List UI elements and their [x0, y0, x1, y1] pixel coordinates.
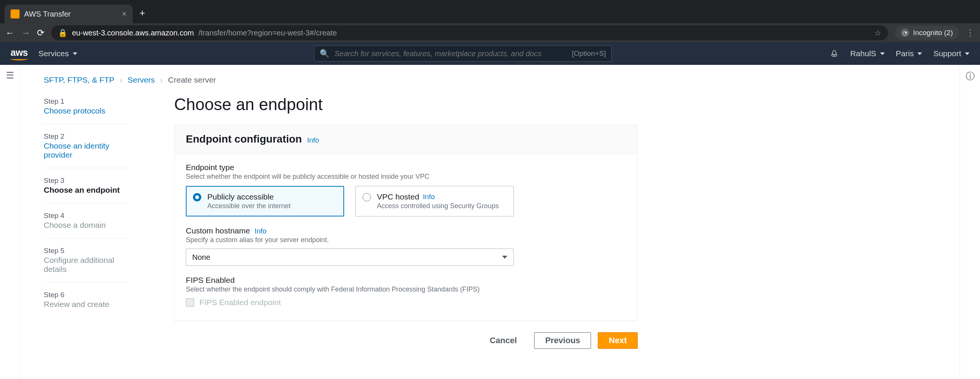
radio-sub: Accessible over the internet: [207, 202, 291, 210]
lock-icon: 🔒: [58, 28, 67, 37]
services-label: Services: [38, 49, 69, 58]
previous-button[interactable]: Previous: [534, 332, 591, 349]
star-icon[interactable]: ☆: [875, 28, 881, 37]
chevron-down-icon: [880, 53, 885, 55]
aws-right-nav: 🕭 RahulS Paris Support: [830, 48, 969, 59]
region-label: Paris: [896, 49, 914, 58]
step-4: Step 4 Choose a domain: [44, 203, 129, 238]
step-1: Step 1 Choose protocols: [44, 95, 129, 124]
global-search[interactable]: 🔍 [Option+S]: [314, 46, 612, 62]
url-host: eu-west-3.console.aws.amazon.com: [72, 29, 194, 37]
step-label: Step 3: [44, 177, 129, 185]
address-row: ← → ⟳ 🔒 eu-west-3.console.aws.amazon.com…: [0, 23, 980, 42]
radio-title: Publicly accessible: [207, 192, 291, 201]
checkbox-label: FIPS Enabled endpoint: [199, 298, 281, 307]
endpoint-card: Endpoint configuration Info Endpoint typ…: [174, 124, 638, 321]
user-label: RahulS: [850, 49, 877, 58]
field-label: Endpoint type: [186, 163, 626, 172]
card-header: Endpoint configuration Info: [175, 125, 637, 154]
step-label: Step 1: [44, 97, 129, 105]
tab-title: AWS Transfer: [24, 10, 71, 19]
services-menu[interactable]: Services: [38, 49, 77, 58]
step-link-domain: Choose a domain: [44, 221, 129, 230]
field-desc: Select whether the endpoint will be publ…: [186, 173, 626, 181]
card-title: Endpoint configuration: [186, 133, 302, 145]
support-menu[interactable]: Support: [933, 49, 969, 58]
region-menu[interactable]: Paris: [896, 49, 922, 58]
chevron-down-icon: [965, 53, 969, 55]
field-label: FIPS Enabled: [186, 275, 626, 285]
breadcrumb-current: Create server: [168, 75, 216, 84]
wizard-steps: Step 1 Choose protocols Step 2 Choose an…: [44, 95, 129, 317]
page-title: Choose an endpoint: [174, 95, 638, 114]
forward-icon[interactable]: →: [21, 27, 30, 38]
url-path: /transfer/home?region=eu-west-3#/create: [198, 29, 337, 37]
radio-group-endpoint: Publicly accessible Accessible over the …: [186, 186, 626, 217]
step-label: Step 6: [44, 291, 129, 299]
radio-icon: [193, 193, 201, 201]
aws-top-nav: aws Services 🔍 [Option+S] 🕭 RahulS Paris…: [0, 42, 980, 65]
panel-area: Choose an endpoint Endpoint configuratio…: [174, 95, 638, 349]
info-panel-icon[interactable]: ⓘ: [966, 71, 975, 81]
chevron-down-icon: [73, 53, 77, 55]
support-label: Support: [933, 49, 961, 58]
fips-checkbox-row[interactable]: FIPS Enabled endpoint: [186, 298, 626, 307]
radio-title: VPC hosted Info: [377, 192, 499, 201]
back-icon[interactable]: ←: [5, 27, 14, 38]
field-label-text: Custom hostname: [186, 226, 250, 235]
menu-icon[interactable]: ⋮: [966, 27, 975, 38]
hostname-select[interactable]: None: [186, 248, 514, 266]
info-link[interactable]: Info: [423, 193, 435, 201]
breadcrumb: SFTP, FTPS, & FTP › Servers › Create ser…: [44, 75, 941, 84]
left-rail: ☰: [0, 65, 21, 379]
step-link-protocols[interactable]: Choose protocols: [44, 106, 129, 115]
bell-icon[interactable]: 🕭: [830, 48, 839, 59]
incognito-icon: ◔: [901, 29, 909, 37]
browser-tab[interactable]: AWS Transfer ×: [5, 5, 133, 23]
close-icon[interactable]: ×: [122, 9, 127, 19]
radio-public[interactable]: Publicly accessible Accessible over the …: [186, 186, 344, 217]
step-label: Step 5: [44, 247, 129, 255]
field-desc: Specify a custom alias for your server e…: [186, 236, 626, 244]
step-2: Step 2 Choose an identity provider: [44, 124, 129, 168]
breadcrumb-root[interactable]: SFTP, FTPS, & FTP: [44, 75, 114, 84]
cancel-button[interactable]: Cancel: [479, 332, 527, 349]
chevron-right-icon: ›: [160, 75, 163, 84]
step-6: Step 6 Review and create: [44, 282, 129, 317]
new-tab-button[interactable]: +: [133, 7, 150, 23]
info-link[interactable]: Info: [307, 136, 319, 145]
step-link-additional: Configure additional details: [44, 256, 129, 274]
field-custom-hostname: Custom hostname Info Specify a custom al…: [186, 226, 626, 266]
breadcrumb-servers[interactable]: Servers: [127, 75, 154, 84]
radio-title-text: VPC hosted: [377, 192, 419, 201]
field-desc: Select whether the endpoint should compl…: [186, 285, 626, 293]
select-value: None: [192, 253, 210, 262]
chevron-down-icon: [502, 256, 508, 259]
info-link[interactable]: Info: [255, 227, 266, 235]
action-row: Cancel Previous Next: [174, 332, 638, 349]
step-link-review: Review and create: [44, 300, 129, 309]
content: SFTP, FTPS, & FTP › Servers › Create ser…: [21, 65, 959, 379]
step-label: Step 2: [44, 132, 129, 141]
step-link-identity[interactable]: Choose an identity provider: [44, 142, 129, 159]
incognito-label: Incognito (2): [913, 29, 953, 37]
radio-vpc[interactable]: VPC hosted Info Access controlled using …: [355, 186, 514, 217]
checkbox-icon[interactable]: [186, 298, 194, 307]
step-label: Step 4: [44, 212, 129, 220]
browser-chrome: AWS Transfer × + ← → ⟳ 🔒 eu-west-3.conso…: [0, 0, 980, 42]
field-label: Custom hostname Info: [186, 226, 626, 235]
user-menu[interactable]: RahulS: [850, 49, 885, 58]
incognito-badge[interactable]: ◔ Incognito (2): [895, 25, 959, 40]
chevron-down-icon: [918, 53, 922, 55]
aws-logo[interactable]: aws: [11, 47, 28, 61]
reload-icon[interactable]: ⟳: [37, 27, 45, 38]
step-5: Step 5 Configure additional details: [44, 238, 129, 282]
address-bar[interactable]: 🔒 eu-west-3.console.aws.amazon.com/trans…: [51, 25, 888, 40]
next-button[interactable]: Next: [598, 332, 638, 349]
menu-toggle-icon[interactable]: ☰: [6, 70, 14, 80]
card-body: Endpoint type Select whether the endpoin…: [175, 154, 637, 320]
search-input[interactable]: [335, 49, 567, 58]
step-link-endpoint: Choose an endpoint: [44, 186, 129, 194]
tab-strip: AWS Transfer × +: [0, 0, 980, 23]
search-kbd: [Option+S]: [572, 49, 606, 58]
